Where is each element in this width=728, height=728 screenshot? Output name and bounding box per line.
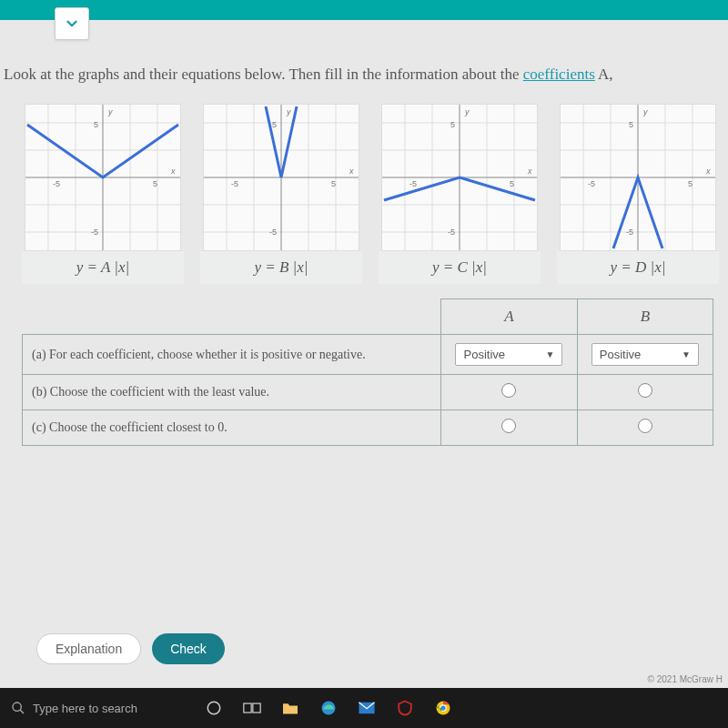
select-A-value: Positive (463, 348, 505, 361)
taskbar-search-label: Type here to search (33, 702, 137, 715)
svg-text:5: 5 (629, 120, 633, 129)
select-A-sign[interactable]: Positive ▼ (455, 343, 562, 366)
file-explorer-icon[interactable] (281, 699, 299, 717)
svg-text:-5: -5 (91, 228, 98, 237)
header-B: B (577, 299, 713, 335)
svg-text:y: y (642, 107, 648, 116)
svg-rect-67 (244, 703, 251, 713)
svg-text:y: y (286, 107, 291, 116)
svg-text:-5: -5 (269, 228, 277, 237)
radio-closest-B[interactable] (638, 419, 652, 433)
row-c-label: (c) Choose the coefficient closest to 0. (23, 410, 441, 446)
graph-block-D: -5 5 5 -5 y x y = D |x| (557, 104, 719, 284)
graph-C: -5 5 5 -5 y x (381, 104, 538, 251)
svg-text:5: 5 (94, 120, 98, 129)
svg-text:x: x (527, 167, 532, 176)
copyright-text: © 2021 McGraw H (648, 674, 723, 684)
svg-text:-5: -5 (231, 179, 238, 188)
svg-text:5: 5 (331, 179, 336, 188)
svg-text:5: 5 (272, 120, 277, 129)
svg-rect-68 (253, 703, 260, 713)
svg-text:-5: -5 (448, 228, 455, 237)
graph-B: -5 5 5 -5 y x (203, 104, 359, 251)
svg-text:x: x (170, 167, 176, 176)
svg-text:-5: -5 (626, 228, 633, 237)
graph-A: -5 5 5 -5 y x (25, 104, 181, 251)
svg-text:5: 5 (450, 120, 455, 129)
svg-text:5: 5 (510, 179, 514, 188)
chrome-icon[interactable] (434, 699, 452, 717)
top-bar (0, 0, 728, 20)
svg-text:y: y (107, 107, 113, 116)
radio-least-B[interactable] (638, 383, 652, 398)
svg-text:-5: -5 (53, 179, 60, 188)
graph-block-A: -5 5 5 -5 y x y = A |x| (22, 104, 184, 284)
graph-block-C: -5 5 5 -5 y x y = C |x| (379, 104, 541, 284)
search-icon (11, 701, 25, 715)
edge-icon[interactable] (319, 699, 338, 717)
instruction-prefix: Look at the graphs and their equations b… (4, 66, 523, 83)
instruction-suffix: A, (595, 66, 613, 83)
svg-text:y: y (464, 107, 470, 116)
svg-text:x: x (705, 167, 711, 176)
chevron-down-icon (64, 15, 80, 32)
header-A: A (441, 299, 577, 335)
taskbar-search[interactable]: Type here to search (11, 701, 137, 715)
select-B-value: Positive (600, 348, 642, 361)
coefficients-link[interactable]: coefficients (523, 66, 595, 83)
mcafee-icon[interactable] (396, 699, 414, 717)
equation-C: y = C |x| (379, 251, 541, 284)
collapse-toggle[interactable] (55, 7, 89, 40)
answer-table: A B (a) For each coefficient, choose whe… (22, 298, 719, 446)
windows-taskbar[interactable]: Type here to search (0, 688, 728, 728)
equation-A: y = A |x| (22, 251, 184, 284)
svg-text:-5: -5 (410, 179, 417, 188)
svg-text:5: 5 (153, 179, 157, 188)
graphs-row: -5 5 5 -5 y x y = A |x| (22, 104, 719, 284)
svg-point-64 (13, 703, 21, 711)
caret-down-icon: ▼ (546, 349, 555, 359)
radio-least-A[interactable] (501, 383, 516, 398)
graph-block-B: -5 5 5 -5 y x y = B |x| (200, 104, 362, 284)
row-a-label: (a) For each coefficient, choose whether… (23, 335, 441, 375)
graph-D: -5 5 5 -5 y x (560, 104, 716, 251)
check-button[interactable]: Check (152, 633, 225, 664)
cortana-icon[interactable] (205, 699, 223, 717)
radio-closest-A[interactable] (501, 419, 516, 433)
svg-text:-5: -5 (588, 179, 595, 188)
mail-icon[interactable] (358, 699, 376, 717)
caret-down-icon: ▼ (682, 349, 691, 359)
explanation-button[interactable]: Explanation (36, 633, 141, 664)
svg-line-65 (20, 710, 24, 713)
svg-text:5: 5 (688, 179, 693, 188)
row-b-label: (b) Choose the coefficient with the leas… (23, 375, 441, 410)
svg-point-66 (207, 702, 220, 714)
task-view-icon[interactable] (243, 699, 261, 717)
instruction-text: Look at the graphs and their equations b… (4, 66, 719, 84)
equation-D: y = D |x| (557, 251, 719, 284)
svg-text:x: x (349, 167, 354, 176)
equation-B: y = B |x| (200, 251, 362, 284)
select-B-sign[interactable]: Positive ▼ (592, 343, 699, 366)
